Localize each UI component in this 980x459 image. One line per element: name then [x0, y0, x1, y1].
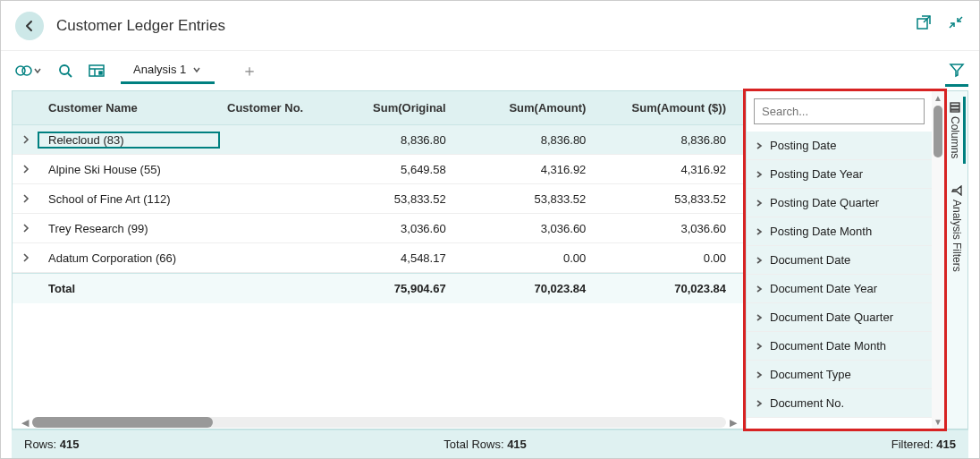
scroll-right-icon[interactable]: ▶ [726, 417, 740, 429]
col-sum-original[interactable]: Sum(Original [325, 91, 466, 124]
tab-filters-label: Analysis Filters [950, 200, 963, 272]
add-analysis-button[interactable]: ＋ [231, 60, 268, 81]
field-item[interactable]: Posting Date Quarter [747, 189, 932, 217]
layout-icon[interactable] [89, 64, 105, 78]
field-item[interactable]: Document Date [747, 246, 932, 275]
collapse-icon[interactable] [947, 13, 965, 31]
field-item[interactable]: Document Type [747, 361, 932, 389]
expand-icon[interactable] [13, 224, 39, 233]
analysis-tab-label: Analysis 1 [133, 63, 186, 76]
chevron-right-icon [756, 370, 763, 380]
svg-point-2 [22, 66, 31, 75]
cell-sum-original[interactable]: 5,649.58 [325, 163, 466, 176]
svg-point-3 [60, 65, 69, 74]
scroll-left-icon[interactable]: ◀ [18, 417, 32, 429]
cell-sum-amount-usd[interactable]: 0.00 [605, 251, 746, 265]
columns-icon [950, 102, 960, 113]
cell-sum-original[interactable]: 3,036.60 [325, 222, 466, 235]
cell-sum-original[interactable]: 53,833.52 [325, 192, 466, 206]
cell-customer-name[interactable]: Alpine Ski House (55) [39, 163, 218, 176]
columns-panel: Posting DatePosting Date YearPosting Dat… [746, 91, 944, 429]
side-tabs: Columns Analysis Filters [944, 91, 967, 429]
table-row[interactable]: Trey Research (99)3,036.603,036.603,036.… [13, 214, 746, 243]
data-table: Customer Name Customer No. Sum(Original … [13, 91, 746, 429]
field-label: Document Type [770, 368, 851, 381]
table-row[interactable]: Alpine Ski House (55)5,649.584,316.924,3… [13, 155, 746, 184]
cell-sum-amount[interactable]: 53,833.52 [466, 192, 606, 206]
scroll-down-icon[interactable]: ▼ [934, 417, 942, 427]
analysis-tab-1[interactable]: Analysis 1 [121, 57, 215, 84]
funnel-icon [951, 185, 962, 196]
svg-rect-5 [99, 72, 102, 74]
field-label: Document Date Year [770, 282, 877, 295]
cell-sum-amount-usd[interactable]: 53,833.52 [605, 192, 746, 206]
cell-customer-name[interactable]: Adatum Corporation (66) [39, 251, 218, 265]
cell-sum-amount[interactable]: 4,316.92 [466, 163, 606, 176]
total-amt-usd: 70,023.84 [605, 282, 746, 295]
table-header-row: Customer Name Customer No. Sum(Original … [13, 91, 746, 125]
cell-sum-amount-usd[interactable]: 3,036.60 [605, 222, 746, 235]
field-label: Posting Date Year [770, 167, 863, 181]
back-button[interactable] [15, 12, 44, 40]
total-orig: 75,904.67 [325, 282, 466, 295]
cell-sum-amount[interactable]: 8,836.80 [466, 133, 606, 147]
field-item[interactable]: Document Date Month [747, 332, 932, 361]
cell-customer-name[interactable]: School of Fine Art (112) [39, 192, 218, 206]
table-row[interactable]: Adatum Corporation (66)4,548.170.000.00 [13, 243, 746, 273]
tab-columns-label: Columns [949, 116, 961, 158]
expand-icon[interactable] [13, 194, 39, 203]
field-label: Posting Date [770, 139, 836, 152]
col-customer-name[interactable]: Customer Name [39, 91, 218, 124]
field-label: Document Date Month [770, 339, 886, 353]
svg-rect-8 [950, 110, 959, 112]
filter-pane-toggle[interactable] [945, 58, 968, 87]
tab-columns[interactable]: Columns [947, 97, 966, 164]
cell-sum-amount[interactable]: 0.00 [466, 251, 606, 265]
table-row[interactable]: Relecloud (83)8,836.808,836.808,836.80 [13, 125, 746, 155]
cell-sum-original[interactable]: 4,548.17 [325, 251, 466, 265]
table-row[interactable]: School of Fine Art (112)53,833.5253,833.… [13, 184, 746, 214]
vscroll-thumb[interactable] [934, 106, 942, 157]
cell-sum-original[interactable]: 8,836.80 [325, 133, 466, 147]
field-label: Document No. [770, 396, 844, 410]
field-item[interactable]: Document Date Quarter [747, 303, 932, 332]
field-search-input[interactable] [754, 98, 925, 124]
total-row: Total 75,904.67 70,023.84 70,023.84 [13, 273, 746, 303]
field-label: Posting Date Quarter [770, 196, 879, 209]
scroll-up-icon[interactable]: ▲ [934, 93, 942, 103]
pivot-mode-icon[interactable] [15, 64, 42, 78]
expand-icon[interactable] [13, 165, 39, 174]
field-item[interactable]: Posting Date [747, 132, 932, 160]
scroll-thumb[interactable] [32, 417, 213, 428]
cell-sum-amount[interactable]: 3,036.60 [466, 222, 606, 235]
field-item[interactable]: Document No. [747, 389, 932, 418]
chevron-right-icon [756, 398, 763, 409]
search-icon[interactable] [58, 64, 72, 78]
field-label: Posting Date Month [770, 225, 872, 238]
field-item[interactable]: Posting Date Year [747, 160, 932, 189]
cell-customer-name[interactable]: Relecloud (83) [39, 133, 218, 147]
tab-analysis-filters[interactable]: Analysis Filters [949, 180, 965, 277]
horizontal-scrollbar[interactable]: ◀ ▶ [13, 416, 746, 429]
cell-sum-amount-usd[interactable]: 4,316.92 [605, 163, 746, 176]
cell-sum-amount-usd[interactable]: 8,836.80 [605, 133, 746, 147]
open-new-window-icon[interactable] [915, 13, 933, 31]
rows-value: 415 [60, 438, 80, 451]
col-sum-amount[interactable]: Sum(Amount) [466, 91, 606, 124]
expand-icon[interactable] [13, 135, 39, 144]
filtered-value: 415 [936, 438, 956, 451]
chevron-right-icon [756, 312, 763, 323]
page-title: Customer Ledger Entries [56, 17, 225, 35]
svg-rect-6 [950, 103, 959, 106]
total-rows-label: Total Rows: [444, 438, 503, 451]
field-item[interactable]: Posting Date Month [747, 217, 932, 246]
chevron-right-icon [756, 169, 763, 180]
vertical-scrollbar[interactable]: ▲ ▼ [932, 91, 944, 429]
cell-customer-name[interactable]: Trey Research (99) [39, 222, 218, 235]
field-label: Document Date [770, 253, 850, 267]
field-item[interactable]: Document Date Year [747, 275, 932, 303]
col-customer-no[interactable]: Customer No. [218, 91, 325, 124]
expand-icon[interactable] [13, 253, 39, 262]
chevron-right-icon [756, 226, 763, 237]
col-sum-amount-usd[interactable]: Sum(Amount ($)) [605, 91, 746, 124]
